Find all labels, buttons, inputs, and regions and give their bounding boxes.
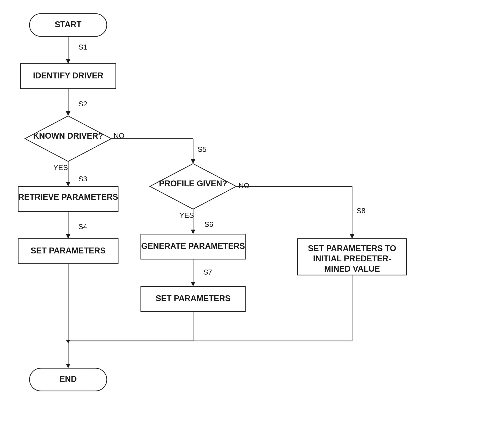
svg-marker-10 (191, 159, 195, 164)
s5-label: S5 (198, 145, 207, 153)
s4-label: S4 (78, 223, 87, 231)
set-parameters-initial-line2: INITIAL PREDETER- (313, 254, 391, 263)
no-profile-label: NO (238, 182, 249, 190)
svg-marker-12 (191, 230, 195, 234)
s1-label: S1 (78, 43, 87, 51)
start-label: START (55, 20, 81, 29)
svg-marker-5 (66, 182, 70, 186)
identify-driver-label: IDENTIFY DRIVER (33, 71, 103, 80)
svg-marker-3 (66, 111, 70, 116)
svg-marker-25 (66, 340, 70, 343)
svg-marker-22 (66, 364, 70, 368)
s2-label: S2 (78, 100, 87, 108)
known-driver-label: KNOWN DRIVER? (33, 131, 103, 140)
s3-label: S3 (78, 175, 87, 183)
flowchart-container: START S1 IDENTIFY DRIVER S2 KNOWN DRIVER… (0, 0, 477, 448)
s7-label: S7 (203, 268, 212, 276)
s8-label: S8 (357, 207, 365, 215)
svg-marker-7 (66, 234, 70, 239)
set-parameters-initial-line1: SET PARAMETERS TO (308, 244, 396, 253)
profile-given-label: PROFILE GIVEN? (159, 179, 227, 188)
svg-marker-17 (350, 234, 354, 239)
retrieve-parameters-label: RETRIEVE PARAMETERS (18, 192, 118, 202)
set-parameters-initial-line3: MINED VALUE (324, 264, 380, 273)
end-label: END (60, 374, 77, 384)
generate-parameters-label: GENERATE PARAMETERS (141, 241, 245, 251)
svg-marker-14 (191, 282, 195, 286)
yes-profile-label: YES (179, 211, 194, 219)
set-parameters-mid-label: SET PARAMETERS (155, 294, 230, 303)
yes-known-label: YES (53, 163, 68, 172)
svg-marker-1 (66, 59, 70, 64)
s6-label: S6 (204, 220, 213, 228)
set-parameters-left-label: SET PARAMETERS (31, 246, 105, 255)
